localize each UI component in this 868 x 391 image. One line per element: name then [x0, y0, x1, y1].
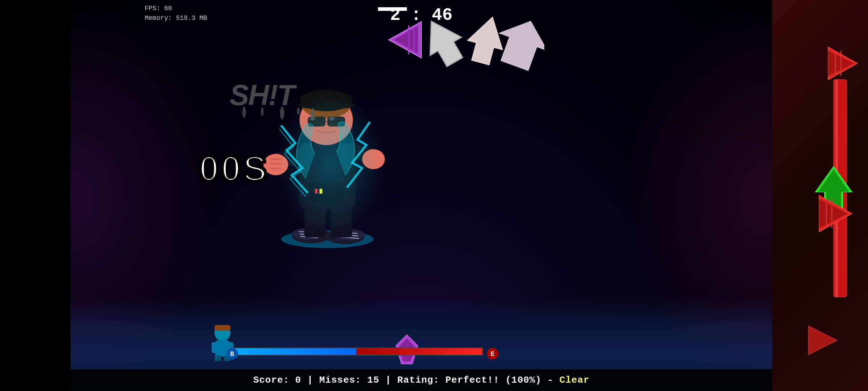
note-area-top: [385, 11, 544, 83]
svg-text:E: E: [491, 350, 495, 358]
score-text: Score: 0 | Misses: 15 | Rating: Perfect!…: [253, 375, 590, 386]
left-panel: [0, 0, 71, 391]
svg-point-25: [261, 107, 264, 116]
note-lane: [772, 0, 868, 391]
right-panel: [772, 0, 868, 391]
svg-marker-12: [808, 326, 837, 355]
svg-point-24: [242, 107, 246, 118]
score-bar: Score: 0 | Misses: 15 | Rating: Perfect!…: [71, 369, 772, 391]
svg-marker-18: [416, 12, 471, 71]
game-container: FPS: 60 Memory: 519.3 MB 2 : 46: [0, 0, 868, 391]
svg-text:00S: 00S: [199, 148, 269, 189]
game-area: FPS: 60 Memory: 519.3 MB 2 : 46: [71, 0, 772, 391]
cyan-glow: [277, 91, 385, 235]
svg-rect-67: [212, 342, 217, 353]
health-bar-player: [230, 348, 356, 355]
health-bar-enemy: [356, 348, 482, 355]
health-icon-left: B: [226, 348, 239, 360]
fps-label: FPS: 60: [145, 4, 207, 13]
fps-display: FPS: 60 Memory: 519.3 MB: [145, 4, 207, 23]
svg-rect-71: [214, 325, 230, 331]
memory-label: Memory: 519.3 MB: [145, 13, 207, 23]
health-icon-right: E: [486, 348, 499, 360]
health-bar: [230, 348, 483, 356]
purple-glow-left: [71, 0, 215, 391]
purple-glow-right: [627, 0, 772, 391]
svg-text:B: B: [230, 350, 234, 358]
svg-rect-69: [214, 356, 221, 361]
